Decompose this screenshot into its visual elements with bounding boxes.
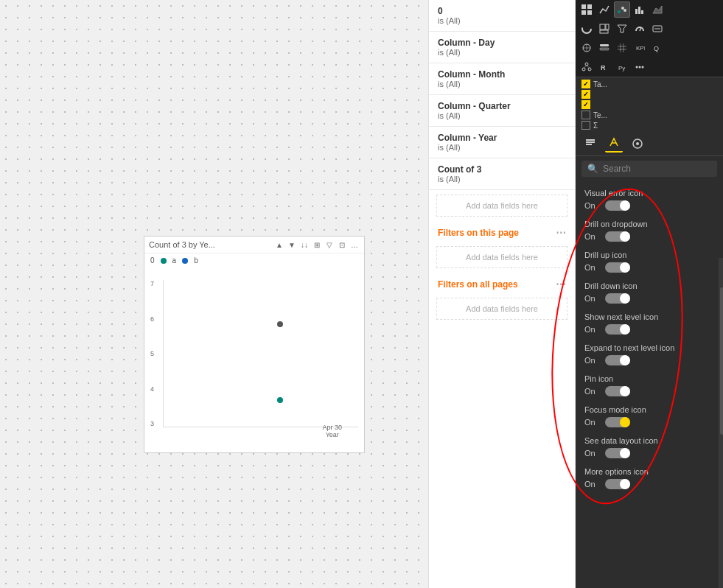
toggle-switch-drill-on-dropdown[interactable]	[605, 231, 630, 242]
toggle-switch-expand-next-level[interactable]	[605, 355, 630, 365]
filters-panel: 0 is (All) Column - Day is (All) Column …	[428, 0, 576, 588]
toggle-control-drill-on-dropdown[interactable]: On	[584, 231, 714, 242]
toggle-control-drill-down-icon[interactable]: On	[584, 293, 714, 304]
checkbox-item-5[interactable]: Σ	[579, 120, 720, 130]
viz-icon-qa[interactable]: Q	[649, 40, 666, 56]
svg-rect-1	[587, 4, 592, 9]
toggle-control-visual-error-icon[interactable]: On	[584, 200, 714, 211]
sort-desc-icon[interactable]: ▼	[287, 239, 297, 250]
filter-item-4[interactable]: Column - Year is (All)	[429, 127, 575, 158]
viz-icon-scatter[interactable]	[614, 1, 630, 18]
checkbox-item-1[interactable]: ✓ Ta...	[579, 79, 720, 89]
tab-format[interactable]	[605, 135, 623, 153]
checkbox-item-4[interactable]: Te...	[579, 110, 720, 120]
viz-icon-map[interactable]	[579, 40, 595, 56]
search-box[interactable]: 🔍	[581, 161, 717, 177]
x-label-year: Year	[322, 431, 342, 438]
checkbox-item-2[interactable]: ✓	[579, 89, 720, 99]
tab-analytics[interactable]	[629, 135, 646, 153]
filter-item-5[interactable]: Count of 3 is (All)	[429, 158, 575, 190]
viz-icon-kpi[interactable]: KPI	[632, 40, 648, 56]
legend-dot-a	[161, 258, 167, 264]
toggle-switch-drill-up-icon[interactable]	[605, 262, 630, 273]
toggle-switch-drill-down-icon[interactable]	[605, 293, 630, 304]
toggle-control-show-next-level[interactable]: On	[584, 324, 714, 335]
add-data-fields-page[interactable]: Add data fields here	[436, 246, 567, 268]
scrollbar-thumb[interactable]	[720, 287, 723, 435]
filter-field-5: Count of 3	[438, 164, 566, 175]
toggle-control-pin-icon[interactable]: On	[584, 386, 714, 396]
viz-icon-ellipsis[interactable]	[632, 59, 648, 75]
focus-icon[interactable]: ⊡	[337, 239, 347, 250]
toggle-switch-see-data-layout[interactable]	[605, 448, 630, 458]
viz-row-3: KPI Q	[576, 38, 723, 57]
viz-icon-area[interactable]	[649, 1, 666, 18]
toggle-more-options-icon: More options icon On	[576, 463, 723, 494]
svg-point-37	[636, 66, 638, 69]
toggle-state-expand-next-level: On	[584, 356, 599, 365]
viz-icon-matrix[interactable]	[614, 40, 630, 56]
chart-widget[interactable]: Count of 3 by Ye... ▲ ▼ ↓↓ ⊞ ▽ ⊡ … 0 a b…	[144, 236, 365, 453]
checkbox-item-3[interactable]: ✓	[579, 99, 720, 110]
viz-icon-funnel[interactable]	[614, 21, 630, 37]
chart-legend: 0 a b	[150, 256, 358, 265]
filter-section-dots-1[interactable]: ⋯	[556, 227, 566, 239]
toggle-switch-more-options[interactable]	[605, 479, 630, 489]
viz-icon-slicer[interactable]	[596, 40, 612, 56]
toggle-state-focus-mode: On	[584, 418, 599, 427]
more-icon[interactable]: …	[349, 239, 360, 250]
toggle-switch-focus-mode[interactable]	[605, 417, 630, 427]
toggle-control-focus-mode[interactable]: On	[584, 417, 714, 427]
viz-icon-bar[interactable]	[632, 1, 648, 18]
checkbox-unchecked-2	[581, 121, 590, 130]
props-sub-tabs	[576, 132, 723, 156]
sort-asc-icon[interactable]: ▲	[274, 239, 284, 250]
tab-fields[interactable]	[581, 135, 599, 153]
toggle-expand-next-level-icon: Expand to next level icon On	[576, 339, 723, 370]
filter-item-0[interactable]: 0 is (All)	[429, 0, 575, 32]
viz-icon-decomp[interactable]	[579, 59, 595, 75]
filter-item-3[interactable]: Column - Quarter is (All)	[429, 95, 575, 127]
toggle-switch-visual-error-icon[interactable]	[605, 200, 630, 211]
toggle-state-drill-down-icon: On	[584, 294, 599, 303]
svg-rect-12	[600, 24, 605, 29]
viz-icon-treemap[interactable]	[596, 21, 612, 37]
filter-item-2[interactable]: Column - Month is (All)	[429, 63, 575, 95]
toggle-see-data-layout: See data layout icon On	[576, 432, 723, 463]
svg-text:Q: Q	[654, 45, 659, 52]
filter-item-1[interactable]: Column - Day is (All)	[429, 32, 575, 63]
viz-icon-pie[interactable]	[579, 21, 595, 37]
viz-icon-gauge[interactable]	[632, 21, 648, 37]
add-data-fields-visual[interactable]: Add data fields here	[436, 195, 567, 217]
toggle-control-expand-next-level[interactable]: On	[584, 355, 714, 365]
viz-icon-card[interactable]	[649, 21, 666, 37]
search-input[interactable]	[603, 164, 711, 174]
toggle-label-expand-next-level: Expand to next level icon	[584, 343, 714, 352]
toggle-control-more-options[interactable]: On	[584, 479, 714, 489]
chart-title: Count of 3 by Ye...	[149, 240, 271, 249]
viz-icon-table-chart[interactable]	[579, 1, 595, 18]
chart-x-label: Apr 30 Year	[322, 424, 342, 438]
add-data-fields-all[interactable]: Add data fields here	[436, 298, 567, 320]
toggle-label-more-options: More options icon	[584, 467, 714, 476]
toggle-control-see-data-layout[interactable]: On	[584, 448, 714, 458]
filter-section-dots-2[interactable]: ⋯	[556, 279, 566, 290]
toggle-state-drill-on-dropdown: On	[584, 232, 599, 241]
svg-marker-15	[618, 25, 626, 32]
legend-label-b: b	[194, 256, 198, 265]
toggle-drill-on-dropdown: Drill on dropdown On	[576, 215, 723, 246]
filter-icon[interactable]: ▽	[324, 239, 335, 250]
toggle-switch-pin-icon[interactable]	[605, 386, 630, 396]
toggle-switch-show-next-level[interactable]	[605, 324, 630, 335]
drill-down-icon[interactable]: ↓↓	[299, 239, 310, 250]
toggle-drill-up-icon: Drill up icon On	[576, 246, 723, 277]
viz-icon-python[interactable]: Py	[614, 59, 630, 75]
viz-icon-line-chart[interactable]	[596, 1, 612, 18]
toggle-control-drill-up-icon[interactable]: On	[584, 262, 714, 273]
svg-point-30	[585, 63, 588, 66]
viz-icon-rscript[interactable]: R	[596, 59, 612, 75]
toggle-drill-down-icon: Drill down icon On	[576, 277, 723, 308]
svg-rect-40	[586, 139, 595, 141]
expand-icon[interactable]: ⊞	[312, 239, 322, 250]
filter-value-2: is (All)	[438, 80, 566, 88]
